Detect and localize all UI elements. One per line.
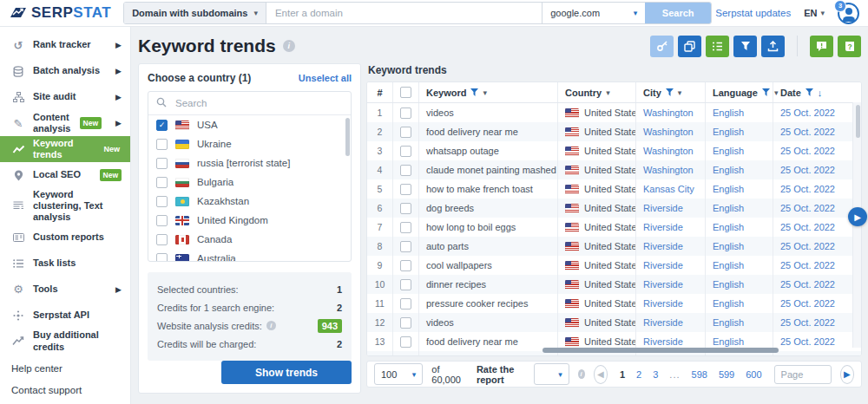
language-cell[interactable]: English	[706, 256, 773, 275]
user-avatar[interactable]: 3	[838, 3, 859, 24]
date-cell[interactable]: 25 Oct. 2022	[773, 160, 861, 179]
country-search-input[interactable]	[174, 97, 343, 109]
chevron-down-icon[interactable]: ▾	[606, 88, 610, 97]
previous-page-button[interactable]: ◀	[594, 365, 608, 384]
language-cell[interactable]: English	[706, 294, 773, 313]
info-icon[interactable]: i	[266, 321, 276, 330]
language-cell[interactable]: English	[706, 160, 773, 179]
column-date[interactable]: Date↓	[773, 82, 861, 102]
rate-report-select[interactable]: ▾	[534, 363, 569, 385]
date-cell[interactable]: 25 Oct. 2022	[773, 179, 861, 199]
keyword-row[interactable]: 2 food delivery near me United States (.…	[367, 122, 861, 141]
language-cell[interactable]: English	[706, 122, 773, 141]
page-size-select[interactable]: 100▾	[374, 363, 423, 385]
column-language[interactable]: Language▾	[706, 82, 773, 102]
sidebar-item[interactable]: Keyword clustering, Text analysis	[0, 188, 130, 225]
search-button[interactable]: Search	[645, 3, 711, 23]
keyword-row[interactable]: 12 videos United States (... Riverside E…	[367, 313, 861, 332]
page-number[interactable]: 1	[620, 369, 625, 380]
checkbox[interactable]	[156, 158, 168, 169]
help-icon[interactable]: ?	[838, 36, 861, 57]
sidebar-item[interactable]: ⚙ Tools ▶	[0, 277, 130, 303]
city-cell[interactable]: Washington	[636, 103, 706, 122]
sidebar-item[interactable]: Custom reports	[0, 225, 130, 251]
country-option[interactable]: russia [terrorist state]	[148, 153, 351, 173]
domain-input[interactable]	[266, 3, 542, 23]
city-cell[interactable]: Kansas City	[636, 179, 706, 199]
page-input[interactable]	[774, 365, 832, 384]
column-country[interactable]: Country▾	[558, 82, 636, 102]
filter-icon[interactable]	[666, 88, 674, 98]
row-checkbox[interactable]	[400, 184, 411, 195]
city-cell[interactable]: Washington	[636, 160, 706, 179]
country-option[interactable]: Kazakhstan	[148, 192, 351, 211]
search-engine-select[interactable]: google.com ▾	[542, 3, 645, 23]
country-option[interactable]: Bulgaria	[148, 173, 351, 192]
unselect-all-link[interactable]: Unselect all	[299, 73, 352, 83]
key-icon[interactable]	[650, 36, 674, 57]
sidebar-item[interactable]: ↺ Rank tracker ▶	[0, 32, 130, 58]
city-cell[interactable]: Riverside	[636, 294, 706, 313]
keyword-row[interactable]: 8 auto parts United States (... Riversid…	[367, 237, 861, 256]
filter-icon[interactable]	[762, 88, 770, 98]
page-number[interactable]: 3	[653, 369, 658, 380]
date-cell[interactable]: 25 Oct. 2022	[773, 141, 861, 160]
row-checkbox[interactable]	[400, 260, 411, 271]
language-cell[interactable]: English	[706, 218, 773, 237]
keyword-row[interactable]: 11 pressure cooker recipes United States…	[367, 294, 861, 313]
keyword-row[interactable]: 3 whatsapp outage United States (... Was…	[367, 141, 861, 160]
city-cell[interactable]: Riverside	[636, 256, 706, 275]
row-checkbox[interactable]	[400, 222, 411, 233]
sidebar-item[interactable]: Serpstat API	[0, 303, 130, 329]
row-checkbox[interactable]	[400, 298, 411, 310]
contact-support-link[interactable]: Contact support	[11, 385, 122, 395]
feedback-icon[interactable]	[810, 36, 833, 57]
row-checkbox[interactable]	[400, 336, 411, 348]
sidebar-item[interactable]: Buy additional credits	[0, 329, 130, 355]
keyword-row[interactable]: 1 videos United States (... Washington E…	[367, 103, 861, 122]
sidebar-item[interactable]: ✎ Content analysis New ▶	[0, 110, 130, 136]
sidebar-item[interactable]: Local SEO New	[0, 162, 130, 188]
city-cell[interactable]: Riverside	[636, 199, 706, 218]
country-option[interactable]: Australia	[148, 249, 351, 262]
date-cell[interactable]: 25 Oct. 2022	[773, 103, 861, 122]
language-cell[interactable]: English	[706, 141, 773, 160]
date-cell[interactable]: 25 Oct. 2022	[773, 237, 861, 256]
sidebar-item[interactable]: Keyword trends New	[0, 136, 130, 162]
filter-icon[interactable]	[470, 88, 478, 98]
serpstat-updates-link[interactable]: Serpstat updates	[715, 8, 791, 18]
show-trends-button[interactable]: Show trends	[221, 361, 352, 384]
date-cell[interactable]: 25 Oct. 2022	[773, 351, 861, 356]
date-cell[interactable]: 25 Oct. 2022	[773, 275, 861, 294]
page-number[interactable]: 2	[636, 369, 641, 380]
date-cell[interactable]: 25 Oct. 2022	[773, 218, 861, 237]
keyword-row[interactable]: 10 dinner recipes United States (... Riv…	[367, 275, 861, 294]
select-all-checkbox[interactable]	[400, 87, 411, 98]
chevron-down-icon[interactable]: ▾	[678, 88, 682, 97]
row-checkbox[interactable]	[400, 241, 411, 252]
column-keyword[interactable]: Keyword▾	[419, 82, 558, 102]
language-cell[interactable]: English	[706, 237, 773, 256]
language-cell[interactable]: English	[706, 103, 773, 122]
page-number[interactable]: 599	[719, 369, 734, 380]
language-cell[interactable]: English	[706, 313, 773, 332]
date-cell[interactable]: 25 Oct. 2022	[773, 256, 861, 275]
country-option[interactable]: Ukraine	[148, 134, 351, 153]
date-cell[interactable]: 25 Oct. 2022	[773, 332, 861, 351]
date-cell[interactable]: 25 Oct. 2022	[773, 313, 861, 332]
row-checkbox[interactable]	[400, 203, 411, 214]
page-number[interactable]: 600	[746, 369, 761, 380]
row-checkbox[interactable]	[400, 127, 411, 138]
city-cell[interactable]: Riverside	[636, 313, 706, 332]
checkbox[interactable]	[156, 139, 168, 150]
keyword-row[interactable]: 6 dog breeds United States (... Riversid…	[367, 199, 861, 218]
page-number[interactable]: ...	[669, 369, 680, 380]
next-page-button[interactable]: ▶	[840, 365, 854, 384]
checkbox[interactable]	[156, 234, 168, 245]
checkbox[interactable]	[156, 215, 168, 226]
row-checkbox[interactable]	[400, 108, 411, 119]
city-cell[interactable]: Riverside	[636, 218, 706, 237]
export-icon[interactable]	[761, 36, 785, 57]
copy-icon[interactable]	[678, 36, 701, 57]
row-checkbox[interactable]	[400, 146, 411, 157]
